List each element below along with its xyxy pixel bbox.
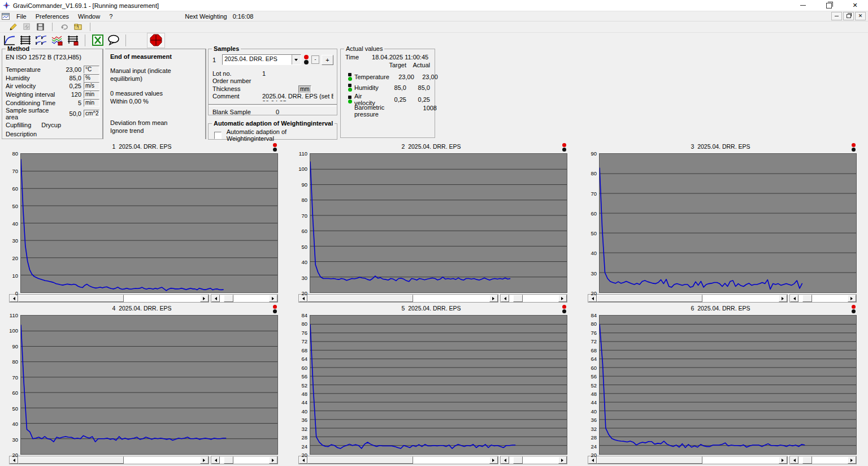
time-value: 18.04.2025 11:00:45 xyxy=(372,54,428,61)
scrollbar-thumb[interactable] xyxy=(307,456,413,464)
chart-scrollbars xyxy=(588,294,857,303)
scroll-right-arrow-icon[interactable] xyxy=(269,295,277,302)
scrollbar-thumb[interactable] xyxy=(18,295,124,302)
scrollbar-track[interactable] xyxy=(220,295,269,302)
restore-button[interactable] xyxy=(816,0,842,11)
export-disabled-icon[interactable] xyxy=(21,23,32,32)
comment-icon[interactable] xyxy=(106,34,120,47)
scroll-right-arrow-icon[interactable] xyxy=(848,456,856,464)
method-row: Weighting interval120min xyxy=(6,90,99,99)
chart-panel: 2 2025.04. DRR. EPS110100908070605040302… xyxy=(295,143,567,303)
sample-remove-button[interactable]: - xyxy=(311,55,319,64)
scroll-right-arrow-icon[interactable] xyxy=(269,456,277,464)
scrollbar-track[interactable] xyxy=(798,295,848,302)
scroll-right-arrow-icon[interactable] xyxy=(200,295,209,302)
scrollbar-thumb[interactable] xyxy=(802,456,812,464)
black-lamp-icon xyxy=(273,148,277,152)
scroll-right-arrow-icon[interactable] xyxy=(779,295,787,302)
method-label: Temperature xyxy=(6,66,60,73)
next-weighting-value: 0:16:08 xyxy=(233,13,254,20)
chart-h-scrollbar[interactable] xyxy=(500,294,567,303)
scroll-left-arrow-icon[interactable] xyxy=(501,295,509,302)
chart-h-scrollbar[interactable] xyxy=(789,294,857,303)
close-button[interactable]: ✕ xyxy=(842,0,868,11)
chart-h-scrollbar[interactable] xyxy=(588,294,788,303)
sample-add-button[interactable]: + xyxy=(322,55,333,65)
mdi-minimize-button[interactable] xyxy=(831,12,842,20)
scrollbar-thumb[interactable] xyxy=(513,456,523,464)
scrollbar-thumb[interactable] xyxy=(597,456,702,464)
menu-window[interactable]: Window xyxy=(73,11,105,21)
scrollbar-track[interactable] xyxy=(307,456,489,464)
scroll-right-arrow-icon[interactable] xyxy=(848,295,856,302)
scroll-right-arrow-icon[interactable] xyxy=(558,295,567,302)
method-unit: cm^2 xyxy=(84,110,99,118)
samples-panel: Samples 1 2025.04. DRR. EPS - + Lot no.1… xyxy=(208,49,337,115)
chart-h-scrollbar[interactable] xyxy=(298,456,498,464)
scroll-right-arrow-icon[interactable] xyxy=(200,456,209,464)
scroll-right-arrow-icon[interactable] xyxy=(489,295,498,302)
scrollbar-track[interactable] xyxy=(307,295,489,302)
chart-h-scrollbar[interactable] xyxy=(211,456,278,464)
scroll-left-arrow-icon[interactable] xyxy=(790,456,798,464)
menu-bar: File Preferences Window ? Next Weighting… xyxy=(0,11,868,21)
minimize-button[interactable] xyxy=(790,0,816,11)
folder-icon[interactable] xyxy=(73,23,83,32)
menu-help[interactable]: ? xyxy=(105,11,117,21)
scrollbar-thumb[interactable] xyxy=(18,456,124,464)
chart-h-scrollbar[interactable] xyxy=(9,294,209,303)
method-label: Humidity xyxy=(6,75,60,81)
y-tick-label: 36 xyxy=(301,417,307,423)
chart-export-icon[interactable] xyxy=(50,34,64,47)
scrollbar-track[interactable] xyxy=(18,295,200,302)
scrollbar-track[interactable] xyxy=(509,456,558,464)
scrollbar-track[interactable] xyxy=(509,295,558,302)
scrollbar-track[interactable] xyxy=(597,295,779,302)
scroll-right-arrow-icon[interactable] xyxy=(489,456,498,464)
scrollbar-track[interactable] xyxy=(220,456,269,464)
chart-h-scrollbar[interactable] xyxy=(9,456,209,464)
scrollbar-thumb[interactable] xyxy=(513,295,523,302)
chart-h-scrollbar[interactable] xyxy=(789,456,857,464)
y-tick-label: 64 xyxy=(591,356,597,362)
scrollbar-thumb[interactable] xyxy=(802,295,812,302)
mdi-restore-icon xyxy=(847,14,851,18)
row-target: 0,25 xyxy=(381,96,406,103)
save-icon[interactable] xyxy=(35,23,45,32)
sample-select[interactable]: 2025.04. DRR. EPS xyxy=(222,54,301,65)
pencil-icon[interactable] xyxy=(8,23,18,32)
y-tick-label: 60 xyxy=(12,390,18,396)
scroll-left-arrow-icon[interactable] xyxy=(211,295,220,302)
scrollbar-thumb[interactable] xyxy=(224,456,233,464)
table-export-icon[interactable] xyxy=(66,34,80,47)
barometric-row: Barometric pressure 1008 xyxy=(345,105,430,118)
scrollbar-track[interactable] xyxy=(798,456,848,464)
chart-h-scrollbar[interactable] xyxy=(211,294,278,303)
scrollbar-track[interactable] xyxy=(597,456,779,464)
menu-file[interactable]: File xyxy=(12,11,31,21)
chart-scrollbars xyxy=(9,456,278,465)
chevron-down-icon[interactable] xyxy=(292,55,301,64)
menu-preferences[interactable]: Preferences xyxy=(31,11,73,21)
temperature-traffic-light xyxy=(345,73,354,81)
scroll-right-arrow-icon[interactable] xyxy=(779,456,787,464)
scrollbar-thumb[interactable] xyxy=(224,295,233,302)
chart-title: 4 2025.04. DRR. EPS xyxy=(6,305,278,312)
scroll-left-arrow-icon[interactable] xyxy=(211,456,220,464)
mdi-close-button[interactable]: ✕ xyxy=(855,12,866,20)
scrollbar-thumb[interactable] xyxy=(597,295,702,302)
scrollbar-thumb[interactable] xyxy=(307,295,413,302)
scroll-left-arrow-icon[interactable] xyxy=(501,456,509,464)
chart-h-scrollbar[interactable] xyxy=(588,456,788,464)
undo-icon[interactable] xyxy=(59,23,70,32)
chart-h-scrollbar[interactable] xyxy=(298,294,498,303)
excel-icon[interactable] xyxy=(90,34,105,47)
scroll-right-arrow-icon[interactable] xyxy=(558,456,567,464)
auto-adaption-checkbox[interactable] xyxy=(214,132,222,139)
scroll-left-arrow-icon[interactable] xyxy=(790,295,798,302)
scrollbar-track[interactable] xyxy=(18,456,200,464)
multi-curve-icon[interactable] xyxy=(34,34,48,47)
chart-h-scrollbar[interactable] xyxy=(500,456,567,464)
mdi-restore-button[interactable] xyxy=(843,12,854,20)
row-label: Temperature xyxy=(354,74,389,80)
